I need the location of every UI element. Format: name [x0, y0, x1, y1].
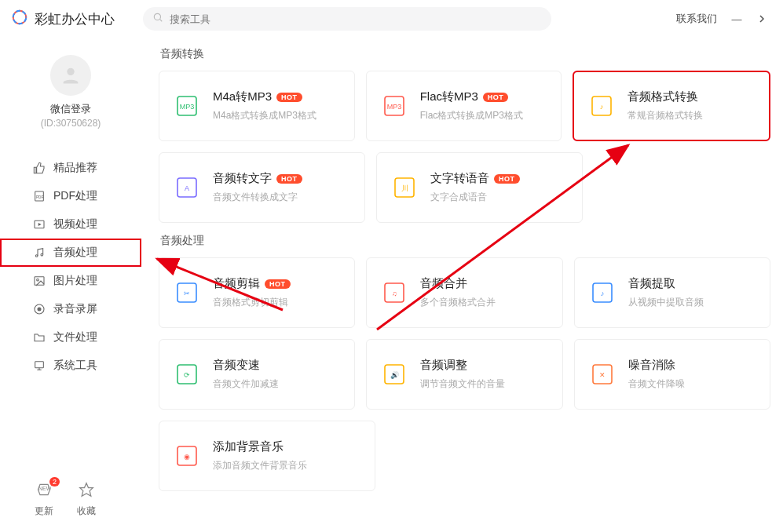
hot-badge: HOT	[483, 93, 509, 102]
tool-icon: ♫	[381, 279, 408, 306]
favorite-button[interactable]: 收藏	[77, 482, 96, 518]
svg-text:♫: ♫	[392, 290, 397, 297]
tool-text: 音频提取从视频中提取音频	[628, 276, 704, 309]
sidebar-footer: NEW 2 更新 收藏	[0, 471, 141, 532]
record-icon	[33, 303, 46, 315]
card-row: ◉添加背景音乐添加音频文件背景音乐	[159, 421, 770, 491]
svg-text:MP3: MP3	[386, 103, 401, 111]
sidebar-item-5[interactable]: 录音录屏	[0, 295, 141, 323]
svg-point-11	[41, 253, 43, 256]
sidebar-item-label: 系统工具	[53, 359, 97, 373]
svg-point-15	[38, 308, 41, 311]
svg-text:PDF: PDF	[36, 195, 43, 199]
tool-icon: MP3	[381, 93, 408, 119]
tool-desc: Flac格式转换成MP3格式	[420, 109, 523, 122]
section-title: 音频转换	[160, 47, 770, 61]
tool-title: 音频提取	[628, 276, 704, 291]
tool-text: 音频调整调节音频文件的音量	[420, 358, 505, 391]
tool-card[interactable]: ⟳音频变速音频文件加减速	[159, 339, 355, 410]
sidebar-item-7[interactable]: 系统工具	[0, 352, 141, 380]
tool-title: Flac转MP3HOT	[420, 89, 523, 104]
tool-icon: ✕	[589, 361, 616, 388]
tool-title: 音频格式转换	[627, 89, 703, 104]
tool-desc: 调节音频文件的音量	[420, 377, 505, 391]
contact-link[interactable]: 联系我们	[676, 12, 717, 26]
card-spacer	[594, 152, 770, 223]
tool-icon: 🔊	[381, 361, 408, 388]
card-row: ✂音频剪辑HOT音频格式剪切剪辑♫音频合并多个音频格式合并♪音频提取从视频中提取…	[159, 257, 770, 328]
header-right: 联系我们 —	[676, 12, 767, 26]
svg-rect-12	[35, 277, 44, 286]
tool-card[interactable]: ♪音频格式转换常规音频格式转换	[573, 71, 770, 141]
tool-card[interactable]: ♫音频合并多个音频格式合并	[366, 257, 562, 328]
svg-text:♪: ♪	[600, 103, 604, 111]
sidebar-item-3[interactable]: 音频处理	[0, 239, 141, 267]
system-icon	[33, 359, 46, 372]
card-row: MP3M4a转MP3HOTM4a格式转换成MP3格式MP3Flac转MP3HOT…	[159, 71, 770, 141]
minimize-button[interactable]: —	[731, 13, 742, 25]
folder-icon	[33, 331, 46, 344]
svg-point-3	[154, 13, 160, 20]
hot-badge: HOT	[494, 174, 520, 184]
tool-card[interactable]: 川文字转语音HOT文字合成语音	[376, 152, 583, 223]
sidebar-item-label: 音频处理	[53, 246, 97, 260]
tool-desc: 音频格式剪切剪辑	[213, 296, 291, 309]
sidebar-item-0[interactable]: 精品推荐	[0, 154, 141, 182]
update-label: 更新	[35, 505, 53, 518]
sidebar-item-label: 精品推荐	[53, 161, 97, 175]
tool-text: Flac转MP3HOTFlac格式转换成MP3格式	[420, 89, 523, 122]
tool-icon: ⟳	[174, 361, 200, 388]
sidebar-item-label: 录音录屏	[53, 302, 97, 316]
pdf-icon: PDF	[33, 190, 46, 202]
tool-card[interactable]: 🔊音频调整调节音频文件的音量	[366, 339, 562, 410]
svg-point-5	[67, 68, 74, 75]
tool-title: 音频转文字HOT	[213, 171, 302, 186]
update-badge: 2	[49, 477, 60, 486]
search-box[interactable]	[143, 7, 551, 31]
tool-desc: 多个音频格式合并	[420, 296, 496, 309]
profile[interactable]: 微信登录 (ID:30750628)	[0, 47, 141, 143]
tool-card[interactable]: MP3Flac转MP3HOTFlac格式转换成MP3格式	[366, 71, 562, 141]
nav: 精品推荐PDFPDF处理视频处理音频处理图片处理录音录屏文件处理系统工具	[0, 143, 141, 380]
tool-icon: A	[174, 174, 200, 201]
tool-title: 添加背景音乐	[213, 439, 307, 454]
tool-text: 音频转文字HOT音频文件转换成文字	[213, 171, 302, 204]
tool-card[interactable]: ◉添加背景音乐添加音频文件背景音乐	[159, 421, 375, 491]
svg-marker-19	[80, 483, 93, 497]
sidebar-item-2[interactable]: 视频处理	[0, 210, 141, 239]
tool-desc: 音频文件加减速	[213, 377, 279, 391]
tool-card[interactable]: ✕噪音消除音频文件降噪	[574, 339, 770, 410]
tool-title: 文字转语音HOT	[430, 171, 520, 186]
sidebar-item-label: 文件处理	[53, 330, 97, 344]
image-icon	[33, 275, 46, 287]
section-title: 音频处理	[160, 234, 770, 248]
tool-title: 音频调整	[420, 358, 505, 373]
sidebar: 微信登录 (ID:30750628) 精品推荐PDFPDF处理视频处理音频处理图…	[0, 38, 141, 532]
tool-card[interactable]: A音频转文字HOT音频文件转换成文字	[159, 152, 365, 223]
expand-button[interactable]	[756, 14, 767, 24]
tool-text: 添加背景音乐添加音频文件背景音乐	[213, 439, 307, 472]
brand: 彩虹办公中心	[11, 9, 143, 29]
card-spacer	[584, 421, 770, 491]
svg-point-10	[35, 255, 38, 257]
update-button[interactable]: NEW 2 更新	[35, 482, 53, 518]
tool-desc: M4a格式转换成MP3格式	[213, 109, 316, 122]
sidebar-item-4[interactable]: 图片处理	[0, 267, 141, 295]
star-icon	[79, 482, 94, 501]
tool-card[interactable]: ♪音频提取从视频中提取音频	[574, 257, 770, 328]
profile-name: 微信登录	[50, 102, 91, 116]
tool-card[interactable]: MP3M4a转MP3HOTM4a格式转换成MP3格式	[159, 71, 355, 141]
tool-card[interactable]: ✂音频剪辑HOT音频格式剪切剪辑	[159, 257, 355, 328]
tool-text: 音频剪辑HOT音频格式剪切剪辑	[213, 276, 291, 309]
sidebar-item-label: 图片处理	[53, 274, 97, 288]
tool-text: M4a转MP3HOTM4a格式转换成MP3格式	[213, 89, 316, 122]
avatar	[50, 55, 91, 96]
sidebar-item-6[interactable]: 文件处理	[0, 323, 141, 352]
main: 音频转换MP3M4a转MP3HOTM4a格式转换成MP3格式MP3Flac转MP…	[141, 38, 783, 532]
hot-badge: HOT	[276, 174, 302, 184]
tool-icon: MP3	[174, 93, 200, 119]
svg-text:川: 川	[401, 184, 408, 192]
search-input[interactable]	[170, 13, 542, 25]
sidebar-item-1[interactable]: PDFPDF处理	[0, 182, 141, 210]
svg-text:A: A	[185, 184, 189, 192]
